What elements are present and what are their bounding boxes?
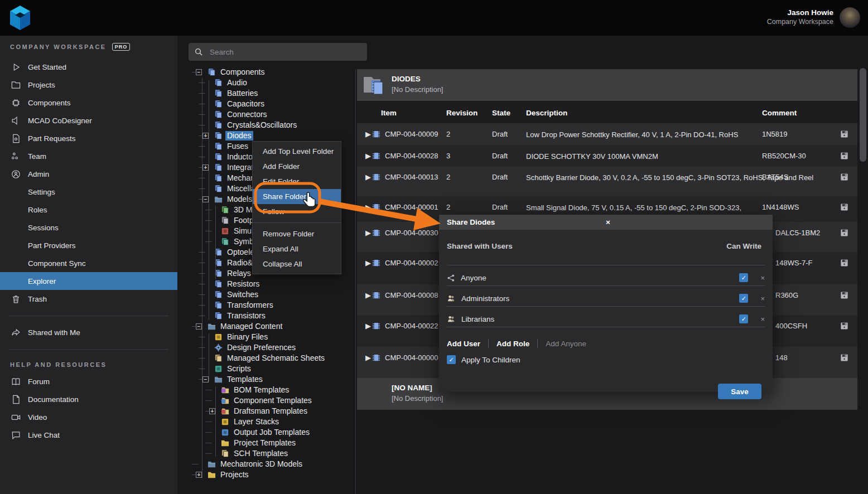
- menu-item-collapse-all[interactable]: Collapse All: [253, 256, 341, 272]
- tree-item-crystals-oscillators[interactable]: Crystals&Oscillators: [177, 120, 367, 130]
- column-header-description[interactable]: Description: [526, 109, 567, 117]
- save-release-icon[interactable]: [840, 229, 848, 237]
- menu-item-expand-all[interactable]: Expand All: [253, 241, 341, 256]
- component-icon: [372, 259, 380, 267]
- save-button[interactable]: Save: [718, 384, 761, 399]
- sidebar-item-video[interactable]: Video: [0, 408, 177, 426]
- sidebar-item-settings[interactable]: Settings: [0, 183, 177, 201]
- tree-item-resistors[interactable]: Resistors: [177, 279, 367, 289]
- save-release-icon[interactable]: [840, 259, 848, 267]
- sidebar-item-trash[interactable]: Trash: [0, 290, 177, 308]
- collapse-icon[interactable]: −: [196, 323, 202, 330]
- remove-entry-icon[interactable]: ×: [760, 274, 765, 282]
- column-header-comment[interactable]: Comment: [762, 109, 797, 117]
- apply-to-children-checkbox[interactable]: ✓: [447, 355, 456, 364]
- menu-item-follow[interactable]: Follow: [253, 204, 341, 219]
- save-release-icon[interactable]: [840, 353, 848, 362]
- menu-item-edit-folder[interactable]: Edit Folder: [253, 174, 341, 189]
- avatar[interactable]: [840, 7, 860, 28]
- tree-item-capacitors[interactable]: Capacitors: [177, 99, 367, 109]
- save-release-icon[interactable]: [840, 130, 848, 138]
- sidebar-item-components[interactable]: Components: [0, 94, 177, 112]
- sidebar-item-part-requests[interactable]: Part Requests: [0, 129, 177, 147]
- menu-item-add-top-level-folder[interactable]: Add Top Level Folder: [253, 144, 341, 159]
- sidebar-item-team[interactable]: Team: [0, 147, 177, 165]
- shared-with-users-label: Shared with Users: [447, 242, 513, 250]
- can-write-checkbox[interactable]: ✓: [739, 273, 748, 282]
- sidebar-item-projects[interactable]: Projects: [0, 76, 177, 94]
- table-row-cmp-004-00013[interactable]: ▶CMP-004-000132DraftSchottky Barrier Dio…: [357, 166, 857, 196]
- tree-item-batteries[interactable]: Batteries: [177, 88, 367, 99]
- user-block[interactable]: Jason Howie Company Workspace: [767, 8, 833, 27]
- remove-entry-icon[interactable]: ×: [760, 315, 765, 323]
- tree-item-layer-stacks[interactable]: Layer Stacks: [177, 416, 367, 427]
- tree-item-switches[interactable]: Switches: [177, 289, 367, 300]
- sidebar-item-explorer[interactable]: Explorer: [0, 272, 177, 290]
- sidebar-item-part-providers[interactable]: Part Providers: [0, 236, 177, 254]
- column-header-revision[interactable]: Revision: [446, 109, 478, 117]
- save-release-icon[interactable]: [840, 291, 848, 299]
- search-input[interactable]: [209, 47, 348, 57]
- add-user-button[interactable]: Add User: [447, 340, 480, 348]
- sidebar-item-roles[interactable]: Roles: [0, 201, 177, 219]
- tree-item-output-job-templates[interactable]: Output Job Templates: [177, 427, 367, 438]
- tree-item-templates[interactable]: − Templates: [177, 374, 367, 385]
- sidebar-item-mcad-codesigner[interactable]: MCAD CoDesigner: [0, 112, 177, 129]
- save-release-icon[interactable]: [840, 173, 848, 181]
- tree-item-managed-content[interactable]: − Managed Content: [177, 321, 367, 332]
- save-release-icon[interactable]: [840, 203, 848, 211]
- tree-item-projects[interactable]: + Projects: [177, 469, 367, 480]
- menu-item-add-folder[interactable]: Add Folder: [253, 159, 341, 174]
- sidebar-item-component-sync[interactable]: Component Sync: [0, 254, 177, 272]
- sidebar-item-shared-with-me[interactable]: Shared with Me: [0, 323, 177, 341]
- column-header-state[interactable]: State: [492, 109, 510, 117]
- can-write-checkbox[interactable]: ✓: [739, 294, 748, 303]
- tree-item-transformers[interactable]: Transformers: [177, 300, 367, 311]
- tree-item-binary-files[interactable]: Binary Files: [177, 332, 367, 342]
- tree-item-diodes[interactable]: + Diodes: [177, 130, 367, 141]
- add-anyone-input[interactable]: Add Anyone: [546, 340, 586, 348]
- save-release-icon[interactable]: [840, 152, 848, 160]
- can-write-checkbox[interactable]: ✓: [739, 314, 748, 323]
- expand-icon[interactable]: +: [202, 164, 209, 171]
- tree-item-draftsman-templates[interactable]: + Draftsman Templates: [177, 406, 367, 416]
- vertical-scrollbar[interactable]: [860, 68, 866, 162]
- table-row-cmp-004-00028[interactable]: ▶CMP-004-000283DraftDIODE SCHOTTKY 30V 1…: [357, 145, 857, 166]
- collapse-icon[interactable]: −: [196, 69, 202, 75]
- user-workspace: Company Workspace: [767, 17, 833, 27]
- collapse-icon[interactable]: −: [202, 376, 209, 382]
- tree-item-mechatronic-3d-models[interactable]: Mechatronic 3D Models: [177, 459, 367, 469]
- sidebar-item-live-chat[interactable]: Live Chat: [0, 426, 177, 444]
- tree-item-component-templates[interactable]: Component Templates: [177, 395, 367, 406]
- expand-icon[interactable]: +: [196, 472, 202, 478]
- tree-item-label: Resistors: [225, 279, 261, 289]
- sidebar-item-admin[interactable]: Admin: [0, 165, 177, 183]
- tree-item-components[interactable]: − Components: [177, 67, 367, 78]
- tree-item-transistors[interactable]: Transistors: [177, 311, 367, 321]
- menu-item-share-folder[interactable]: Share Folder: [253, 189, 341, 204]
- tree-item-audio[interactable]: Audio: [177, 78, 367, 88]
- expand-icon[interactable]: +: [202, 133, 209, 139]
- table-row-cmp-004-00009[interactable]: ▶CMP-004-000092DraftLow Drop Power Schot…: [357, 123, 857, 145]
- remove-entry-icon[interactable]: ×: [760, 294, 765, 303]
- tree-item-design-preferences[interactable]: Design Preferences: [177, 342, 367, 353]
- altium-logo-icon[interactable]: [8, 4, 32, 31]
- tree-item-sch-templates[interactable]: SCH Templates: [177, 448, 367, 459]
- tree-item-bom-templates[interactable]: BOM Templates: [177, 385, 367, 395]
- save-release-icon[interactable]: [840, 322, 848, 330]
- tree-item-managed-schematic-sheets[interactable]: Managed Schematic Sheets: [177, 353, 367, 364]
- sidebar-item-forum[interactable]: Forum: [0, 372, 177, 390]
- menu-item-remove-folder[interactable]: Remove Folder: [253, 226, 341, 241]
- tree-item-connectors[interactable]: Connectors: [177, 109, 367, 120]
- tree-item-project-templates[interactable]: Project Templates: [177, 438, 367, 448]
- close-icon[interactable]: ×: [606, 219, 765, 226]
- collapse-icon[interactable]: −: [202, 196, 209, 202]
- add-role-button[interactable]: Add Role: [496, 340, 529, 348]
- sidebar-item-get-started[interactable]: Get Started: [0, 58, 177, 76]
- expand-icon[interactable]: +: [209, 408, 215, 414]
- sidebar-item-sessions[interactable]: Sessions: [0, 219, 177, 236]
- item-state: Draft: [492, 130, 508, 138]
- sidebar-item-documentation[interactable]: Documentation: [0, 390, 177, 408]
- column-header-item[interactable]: Item: [381, 109, 397, 117]
- tree-item-scripts[interactable]: Scripts: [177, 364, 367, 374]
